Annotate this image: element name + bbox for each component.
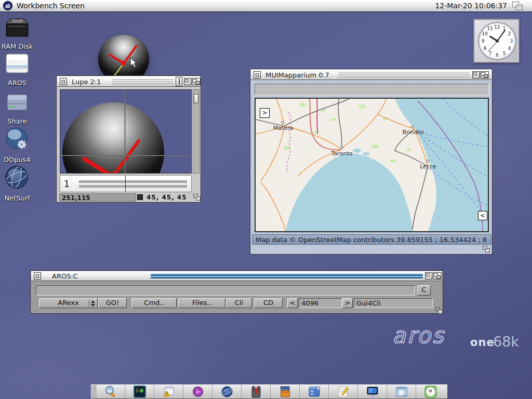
sphere-hub bbox=[121, 61, 126, 65]
dock-item-magnifier[interactable] bbox=[96, 385, 125, 398]
lupe-zoom-slider-row: 1 bbox=[60, 175, 192, 192]
netsurf-globe-icon bbox=[4, 164, 31, 191]
clock-numeral: 11 bbox=[487, 26, 493, 31]
resize-gadget[interactable] bbox=[482, 246, 490, 253]
screen-depth-gadget[interactable] bbox=[511, 1, 529, 11]
icon-label: Share bbox=[0, 117, 34, 125]
stack-increase-button[interactable]: > bbox=[342, 298, 353, 308]
resize-gadget[interactable] bbox=[435, 307, 443, 314]
clock-face: 1 2 3 4 5 6 7 8 9 10 11 12 bbox=[478, 22, 516, 60]
files-button[interactable]: Files.. bbox=[178, 298, 225, 308]
dock-item-internet-globe[interactable] bbox=[212, 385, 242, 398]
lupe-vertical-scrollbar[interactable] bbox=[193, 89, 200, 174]
aros-one-logo: aros one 68k bbox=[391, 324, 526, 350]
zoom-gadget[interactable] bbox=[472, 71, 480, 78]
error-window-icon bbox=[163, 385, 175, 398]
city-label-lecce: Lecce bbox=[420, 163, 436, 170]
dock-item-monitor[interactable] bbox=[358, 385, 387, 398]
desktop-icon-netsurf[interactable]: NetSurf bbox=[0, 164, 34, 202]
screen-title-bar[interactable]: Workbench Screen 12-Mar-20 10:06:37 bbox=[0, 0, 532, 12]
iconify-gadget[interactable] bbox=[176, 77, 182, 86]
zoom-gadget[interactable] bbox=[425, 272, 432, 280]
scrollbar-thumb[interactable] bbox=[194, 94, 198, 103]
openstreetmap-canvas: Matera Taranto Brindisi Lecce bbox=[256, 99, 488, 231]
depth-gadget[interactable] bbox=[433, 272, 442, 280]
cmd-button[interactable]: Cmd.. bbox=[131, 298, 177, 308]
magnified-minute-hand bbox=[112, 139, 141, 174]
city-label-brindisi: Brindisi bbox=[403, 129, 424, 136]
stack-size-field[interactable]: 4096 bbox=[299, 298, 342, 308]
mapparium-titlebar[interactable]: MUIMapparium 0.7 bbox=[251, 70, 491, 80]
internet-globe-icon bbox=[221, 385, 233, 398]
media-player-icon bbox=[192, 385, 204, 398]
desktop-icon-aros[interactable]: AROS bbox=[0, 51, 34, 87]
dock-item-shell[interactable]: 1> bbox=[125, 385, 154, 398]
mouse-cursor bbox=[130, 57, 138, 69]
magnified-hour-hand bbox=[82, 156, 114, 174]
dopus4-sphere-icon bbox=[4, 126, 31, 153]
dock-item-file-viewer[interactable] bbox=[387, 385, 416, 398]
command-input[interactable] bbox=[36, 285, 415, 296]
window-title: AROS:C bbox=[52, 272, 78, 280]
workbench-screen: Workbench Screen 12-Mar-20 10:06:37 RAM … bbox=[0, 0, 532, 399]
aros-disk-icon bbox=[4, 51, 31, 76]
dock-item-media-player[interactable] bbox=[183, 385, 212, 398]
window-title: Lupe 2:1 bbox=[72, 78, 101, 86]
stack-decrease-button[interactable]: < bbox=[287, 298, 298, 308]
zoom-slider[interactable] bbox=[79, 180, 187, 189]
logo-word-aros: aros bbox=[392, 324, 445, 348]
drag-lines bbox=[112, 79, 174, 84]
desktop-icon-share[interactable]: Share bbox=[0, 90, 34, 125]
arexx-popup[interactable]: ARexx bbox=[39, 298, 98, 308]
clock-numeral: 9 bbox=[482, 38, 485, 44]
clock-numeral: 6 bbox=[496, 52, 499, 58]
crosshair-horizontal bbox=[60, 155, 191, 156]
popup-arrows-icon bbox=[89, 300, 96, 307]
map-toolbar-collapsed[interactable] bbox=[255, 84, 489, 95]
dock-item-archiver[interactable] bbox=[271, 385, 300, 398]
dock-item-error-window[interactable] bbox=[154, 385, 183, 398]
dock-item-screens-prefs[interactable] bbox=[300, 385, 329, 398]
magnified-sphere bbox=[62, 102, 164, 174]
map-attribution: Map data © OpenStreetMap contributors bbox=[256, 236, 394, 244]
dock-item-text-editor[interactable] bbox=[329, 385, 358, 398]
arexx-popup-label: ARexx bbox=[58, 299, 79, 307]
gui4cli-field[interactable]: Gui4Cli bbox=[354, 298, 433, 308]
dock-item-clock[interactable] bbox=[416, 385, 445, 398]
panel-toggle-button[interactable]: < bbox=[478, 211, 487, 220]
zoom-gadget[interactable] bbox=[184, 78, 191, 85]
map-statusbar: Map data © OpenStreetMap contributors 39… bbox=[252, 234, 491, 245]
dock-handle[interactable] bbox=[91, 385, 96, 398]
archiver-icon bbox=[279, 385, 291, 398]
depth-gadget[interactable] bbox=[480, 71, 489, 78]
clock-numeral: 7 bbox=[488, 51, 491, 56]
desktop-icon-dopus4[interactable]: DOpus4 bbox=[0, 126, 34, 164]
shell-icon: 1> bbox=[134, 385, 146, 398]
clock-window[interactable]: 1 2 3 4 5 6 7 8 9 10 11 12 bbox=[473, 19, 520, 63]
clock-numeral: 10 bbox=[482, 31, 488, 36]
lupe-window: Lupe 2:1 1 251,115 45, 45, 45 bbox=[56, 75, 201, 203]
cli-button[interactable]: Cli bbox=[226, 298, 252, 308]
map-view[interactable]: Matera Taranto Brindisi Lecce > < bbox=[255, 98, 489, 232]
dock-item-suit[interactable] bbox=[242, 385, 271, 398]
lupe-titlebar[interactable]: Lupe 2:1 bbox=[57, 76, 200, 87]
lupe-statusbar: 251,115 45, 45, 45 bbox=[59, 193, 200, 202]
screens-prefs-icon bbox=[308, 385, 321, 398]
icon-label: RAM Disk bbox=[0, 43, 34, 50]
clock-numeral: 5 bbox=[503, 51, 506, 56]
close-gadget[interactable] bbox=[254, 71, 261, 78]
depth-gadget[interactable] bbox=[192, 78, 201, 85]
go-button[interactable]: GO! bbox=[98, 298, 127, 308]
sidebar-open-button[interactable]: > bbox=[260, 108, 270, 118]
close-gadget[interactable] bbox=[34, 272, 41, 280]
close-gadget[interactable] bbox=[60, 78, 67, 85]
cd-button[interactable]: CD bbox=[254, 298, 283, 308]
clear-button[interactable]: C bbox=[417, 285, 431, 296]
lupe-magnified-view[interactable] bbox=[60, 89, 192, 174]
pointer-coordinates: 251,115 bbox=[59, 193, 136, 202]
icon-label: NetSurf bbox=[0, 194, 34, 202]
clock-numeral: 4 bbox=[508, 46, 511, 51]
desktop-icon-ram-disk[interactable]: RAM RAM Disk bbox=[0, 16, 34, 50]
shell-titlebar[interactable]: AROS:C bbox=[31, 271, 442, 281]
resize-gadget[interactable] bbox=[193, 194, 201, 201]
